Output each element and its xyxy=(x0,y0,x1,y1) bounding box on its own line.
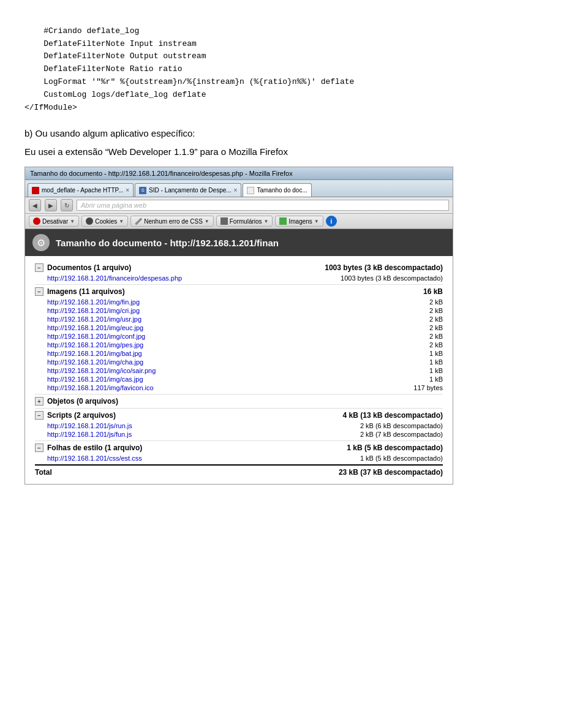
doc-content: − Documentos (1 arquivo) 1003 bytes (3 k… xyxy=(25,256,453,484)
formularios-button[interactable]: Formulários ▼ xyxy=(216,216,273,227)
imagens-file-size-5: 2 kB xyxy=(333,341,443,349)
tab-deflate-label: mod_deflate - Apache HTTP... xyxy=(42,187,123,194)
imagens-item-7: http://192.168.1.201/img/cha.jpg1 kB xyxy=(35,358,443,366)
imagens-icon xyxy=(279,217,287,225)
imagens-item-3: http://192.168.1.201/img/euc.jpg2 kB xyxy=(35,324,443,331)
imagens-file-size-9: 1 kB xyxy=(333,376,443,383)
tab-sid[interactable]: S SID - Lançamento de Despe... × xyxy=(135,183,241,197)
tab-deflate-close[interactable]: × xyxy=(126,187,129,194)
firefox-titlebar: Tamanho do documento - http://192.168.1.… xyxy=(25,167,453,180)
desativar-dropdown[interactable]: ▼ xyxy=(70,219,75,224)
folhas-size-0: 1 kB (5 kB descompactado) xyxy=(333,455,443,462)
url-input[interactable]: Abrir uma página web xyxy=(77,200,449,211)
imagens-link-1[interactable]: http://192.168.1.201/img/cri.jpg xyxy=(47,307,333,314)
imagens-link-8[interactable]: http://192.168.1.201/img/ico/sair.png xyxy=(47,367,333,374)
documentos-item-0: http://192.168.1.201/financeiro/despesas… xyxy=(35,274,443,282)
imagens-link-3[interactable]: http://192.168.1.201/img/euc.jpg xyxy=(47,324,333,331)
scripts-size-1: 2 kB (7 kB descompactado) xyxy=(333,431,443,438)
imagens-item-5: http://192.168.1.201/img/pes.jpg2 kB xyxy=(35,341,443,349)
folhas-section-header: − Folhas de estilo (1 arquivo) 1 kB (5 k… xyxy=(35,444,443,452)
imagens-link-4[interactable]: http://192.168.1.201/img/conf.jpg xyxy=(47,333,333,340)
imagens-link-7[interactable]: http://192.168.1.201/img/cha.jpg xyxy=(47,358,333,366)
dev-toolbar: Desativar ▼ Cookies ▼ Nenhum erro de CSS… xyxy=(25,214,453,229)
scripts-size-0: 2 kB (6 kB descompactado) xyxy=(333,422,443,429)
url-placeholder: Abrir uma página web xyxy=(81,202,146,209)
documentos-link-0[interactable]: http://192.168.1.201/financeiro/despesas… xyxy=(47,274,333,282)
imagens-section-header: − Imagens (11 arquivos) 16 kB xyxy=(35,287,443,296)
imagens-file-size-10: 117 bytes xyxy=(333,384,443,391)
imagens-item-8: http://192.168.1.201/img/ico/sair.png1 k… xyxy=(35,367,443,374)
scripts-link-0[interactable]: http://192.168.1.201/js/run.js xyxy=(47,422,333,429)
documentos-size: 1003 bytes (3 kB descompactado) xyxy=(325,263,443,272)
section-b-line1: b) Ou usando algum aplicativo específico… xyxy=(24,126,564,141)
info-button[interactable]: i xyxy=(326,216,337,227)
documentos-title: Documentos (1 arquivo) xyxy=(47,263,325,272)
imagens-link-6[interactable]: http://192.168.1.201/img/bat.jpg xyxy=(47,350,333,357)
imagens-expand[interactable]: − xyxy=(35,287,43,296)
imagens-item-10: http://192.168.1.201/img/favicon.ico117 … xyxy=(35,384,443,391)
imagens-link-2[interactable]: http://192.168.1.201/img/usr.jpg xyxy=(47,315,333,323)
imagens-items-container: http://192.168.1.201/img/fin.jpg2 kBhttp… xyxy=(35,298,443,391)
imagens-file-size-3: 2 kB xyxy=(333,324,443,331)
imagens-link-9[interactable]: http://192.168.1.201/img/cas.jpg xyxy=(47,376,333,383)
tamanho-tab-icon xyxy=(247,187,254,194)
imagens-item-9: http://192.168.1.201/img/cas.jpg1 kB xyxy=(35,376,443,383)
scripts-title: Scripts (2 arquivos) xyxy=(47,411,343,420)
cookies-label: Cookies xyxy=(95,218,117,225)
firefox-addressbar: ◀ ▶ ↻ Abrir uma página web xyxy=(25,197,453,214)
scripts-expand[interactable]: − xyxy=(35,411,43,420)
imagens-link-10[interactable]: http://192.168.1.201/img/favicon.ico xyxy=(47,384,333,391)
imagens-dropdown[interactable]: ▼ xyxy=(314,219,319,224)
firefox-titlebar-text: Tamanho do documento - http://192.168.1.… xyxy=(30,170,293,177)
imagens-item-1: http://192.168.1.201/img/cri.jpg2 kB xyxy=(35,307,443,314)
gear-icon: ⚙ xyxy=(32,234,50,251)
imagens-item-6: http://192.168.1.201/img/bat.jpg1 kB xyxy=(35,350,443,357)
imagens-item-2: http://192.168.1.201/img/usr.jpg2 kB xyxy=(35,315,443,323)
formularios-dropdown[interactable]: ▼ xyxy=(264,219,269,224)
css-dropdown[interactable]: ▼ xyxy=(205,219,209,224)
doc-header-title: Tamanho do documento - http://192.168.1.… xyxy=(56,238,279,248)
imagens-button[interactable]: Imagens ▼ xyxy=(275,216,323,227)
formularios-icon xyxy=(221,217,228,225)
desativar-button[interactable]: Desativar ▼ xyxy=(29,216,79,227)
folhas-link-0[interactable]: http://192.168.1.201/css/est.css xyxy=(47,455,333,462)
cookies-button[interactable]: Cookies ▼ xyxy=(81,216,128,227)
tab-deflate[interactable]: mod_deflate - Apache HTTP... × xyxy=(28,183,134,197)
documentos-expand[interactable]: − xyxy=(35,263,43,272)
folhas-title: Folhas de estilo (1 arquivo) xyxy=(47,444,347,452)
forward-button[interactable]: ▶ xyxy=(45,199,57,211)
desativar-icon xyxy=(33,217,40,225)
objetos-section-header: + Objetos (0 arquivos) xyxy=(35,397,443,406)
css-icon xyxy=(135,217,142,225)
imagens-file-size-2: 2 kB xyxy=(333,315,443,323)
back-button[interactable]: ◀ xyxy=(29,199,41,211)
cookies-dropdown[interactable]: ▼ xyxy=(119,219,124,224)
reload-button[interactable]: ↻ xyxy=(61,199,73,211)
imagens-title: Imagens (11 arquivos) xyxy=(47,287,423,296)
imagens-link-5[interactable]: http://192.168.1.201/img/pes.jpg xyxy=(47,341,333,349)
sid-tab-icon: S xyxy=(139,187,146,194)
objetos-expand[interactable]: + xyxy=(35,397,43,406)
imagens-link-0[interactable]: http://192.168.1.201/img/fin.jpg xyxy=(47,298,333,306)
imagens-size: 16 kB xyxy=(423,287,443,296)
tab-sid-close[interactable]: × xyxy=(234,187,238,194)
scripts-item-1: http://192.168.1.201/js/fun.js 2 kB (7 k… xyxy=(35,431,443,438)
total-label: Total xyxy=(35,468,339,477)
folhas-expand[interactable]: − xyxy=(35,444,43,452)
scripts-size: 4 kB (13 kB descompactado) xyxy=(343,411,443,420)
scripts-link-1[interactable]: http://192.168.1.201/js/fun.js xyxy=(47,431,333,438)
tab-tamanho[interactable]: Tamanho do doc... xyxy=(243,183,311,197)
cookies-icon xyxy=(86,217,93,225)
firefox-tabbar: mod_deflate - Apache HTTP... × S SID - L… xyxy=(25,180,453,197)
folhas-item-0: http://192.168.1.201/css/est.css 1 kB (5… xyxy=(35,455,443,462)
imagens-label: Imagens xyxy=(288,218,312,225)
imagens-item-4: http://192.168.1.201/img/conf.jpg2 kB xyxy=(35,333,443,340)
tab-sid-label: SID - Lançamento de Despe... xyxy=(149,187,232,194)
css-label: Nenhum erro de CSS xyxy=(144,218,203,225)
section-b-line2: Eu usei a extensão “Web Developer 1.1.9”… xyxy=(24,145,564,159)
css-button[interactable]: Nenhum erro de CSS ▼ xyxy=(130,216,214,227)
imagens-item-0: http://192.168.1.201/img/fin.jpg2 kB xyxy=(35,298,443,306)
imagens-file-size-0: 2 kB xyxy=(333,298,443,306)
divider-2 xyxy=(35,394,443,394)
scripts-item-0: http://192.168.1.201/js/run.js 2 kB (6 k… xyxy=(35,422,443,429)
